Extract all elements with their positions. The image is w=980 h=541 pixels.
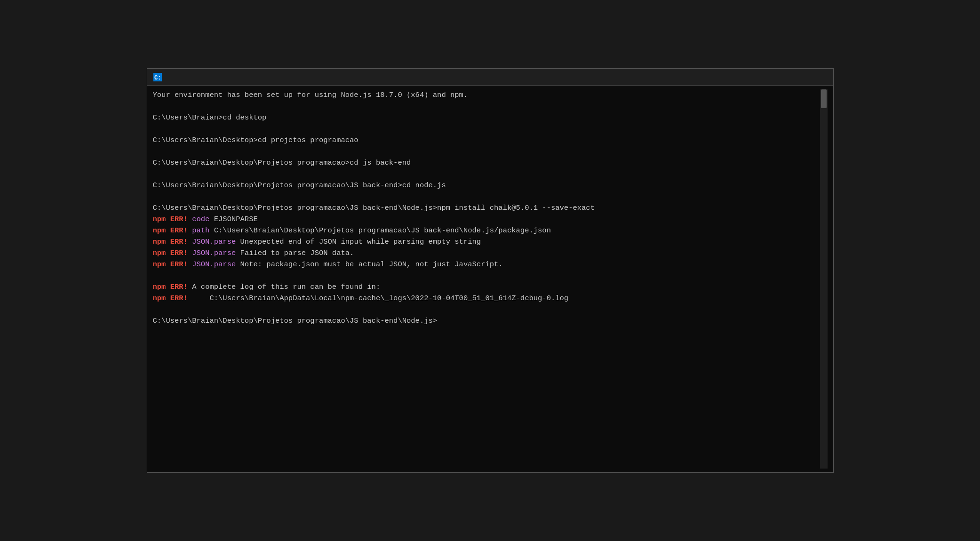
scrollbar[interactable] xyxy=(820,89,828,469)
maximize-button[interactable] xyxy=(786,70,808,85)
npm-error-plain-line: npm ERR! C:\Users\Braian\AppData\Local\n… xyxy=(153,293,820,304)
npm-err-text: A complete log of this run can be found … xyxy=(188,283,380,291)
npm-err-prefix: npm ERR! xyxy=(153,249,192,257)
terminal-line: C:\Users\Braian>cd desktop xyxy=(153,112,820,123)
title-bar: C: xyxy=(147,69,833,86)
npm-err-prefix: npm ERR! xyxy=(153,215,192,223)
terminal-content: Your environment has been set up for usi… xyxy=(153,89,820,469)
npm-err-rest: C:\Users\Braian\Desktop\Projetos program… xyxy=(209,226,551,235)
blank-line xyxy=(153,101,820,112)
npm-error-line: npm ERR! path C:\Users\Braian\Desktop\Pr… xyxy=(153,225,820,236)
blank-line xyxy=(153,146,820,157)
terminal-line: C:\Users\Braian\Desktop>cd projetos prog… xyxy=(153,135,820,146)
npm-error-line: npm ERR! JSON.parse Failed to parse JSON… xyxy=(153,247,820,259)
npm-err-label: JSON.parse xyxy=(192,260,236,269)
terminal-line: C:\Users\Braian\Desktop\Projetos program… xyxy=(153,315,820,326)
npm-err-prefix: npm ERR! xyxy=(153,226,192,235)
minimize-button[interactable] xyxy=(765,70,786,85)
blank-line xyxy=(153,123,820,135)
window-controls xyxy=(765,70,829,85)
title-bar-left: C: xyxy=(153,72,166,82)
npm-err-text: C:\Users\Braian\AppData\Local\npm-cache\… xyxy=(188,294,568,302)
npm-error-line: npm ERR! JSON.parse Note: package.json m… xyxy=(153,259,820,270)
npm-err-label: JSON.parse xyxy=(192,238,236,246)
blank-line xyxy=(153,168,820,180)
terminal-line: C:\Users\Braian\Desktop\Projetos program… xyxy=(153,180,820,191)
npm-err-prefix: npm ERR! xyxy=(153,238,192,246)
terminal-line: C:\Users\Braian\Desktop\Projetos program… xyxy=(153,157,820,168)
npm-error-plain-line: npm ERR! A complete log of this run can … xyxy=(153,281,820,293)
terminal-line: C:\Users\Braian\Desktop\Projetos program… xyxy=(153,202,820,214)
terminal-window: C: Your environment has been set up for … xyxy=(147,68,834,473)
blank-line xyxy=(153,270,820,281)
npm-error-line: npm ERR! code EJSONPARSE xyxy=(153,214,820,225)
npm-error-line: npm ERR! JSON.parse Unexpected end of JS… xyxy=(153,236,820,247)
npm-err-rest: Note: package.json must be actual JSON, … xyxy=(236,260,502,269)
npm-err-label: code xyxy=(192,215,209,223)
terminal-line: Your environment has been set up for usi… xyxy=(153,89,820,101)
npm-err-label: path xyxy=(192,226,209,235)
svg-text:C:: C: xyxy=(154,75,161,81)
scrollbar-thumb[interactable] xyxy=(821,89,827,108)
cmd-icon: C: xyxy=(153,72,162,82)
blank-line xyxy=(153,304,820,315)
npm-err-prefix: npm ERR! xyxy=(153,294,188,302)
terminal-body: Your environment has been set up for usi… xyxy=(147,86,833,472)
close-button[interactable] xyxy=(808,70,829,85)
npm-err-rest: Unexpected end of JSON input while parsi… xyxy=(236,238,481,246)
npm-err-rest: Failed to parse JSON data. xyxy=(236,249,354,257)
npm-err-prefix: npm ERR! xyxy=(153,283,188,291)
npm-err-rest: EJSONPARSE xyxy=(209,215,257,223)
npm-err-label: JSON.parse xyxy=(192,249,236,257)
blank-line xyxy=(153,191,820,202)
npm-err-prefix: npm ERR! xyxy=(153,260,192,269)
